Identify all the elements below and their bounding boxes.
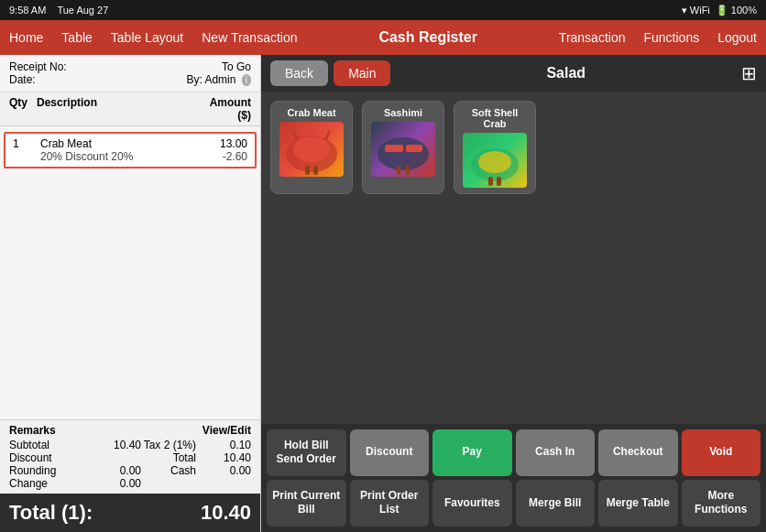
tax-label: Tax 2 (1%): [141, 439, 196, 451]
change-label: Change: [9, 477, 86, 490]
nav-table-layout[interactable]: Table Layout: [111, 30, 183, 45]
right-panel: Back Main Salad ⊞ Crab Meat: [261, 55, 766, 532]
menu-item-soft-shell-crab[interactable]: Soft Shell Crab: [454, 101, 536, 194]
discount-button[interactable]: Discount: [350, 429, 430, 476]
nav-left: Home Table Table Layout New Transaction: [9, 30, 298, 45]
bottom-row-1: Hold BillSend Order Discount Pay Cash In…: [267, 429, 761, 476]
remarks-section: Remarks View/Edit Subtotal 10.40 Tax 2 (…: [0, 419, 260, 494]
item-amount: 13.00: [192, 137, 247, 150]
favourites-button[interactable]: Favourites: [432, 480, 512, 527]
total-label: Total (1):: [9, 501, 93, 525]
menu-header: Back Main Salad ⊞: [261, 55, 766, 92]
main-button[interactable]: Main: [334, 60, 390, 86]
main-content: Receipt No: To Go Date: By: Admin i Qty …: [0, 55, 766, 532]
menu-layout-icon[interactable]: ⊞: [741, 62, 757, 84]
wifi-icon: ▾ WiFi: [682, 5, 710, 16]
receipt-item-0[interactable]: 1 Crab Meat 13.00 20% Discount 20% -2.60: [4, 132, 257, 168]
bottom-buttons: Hold BillSend Order Discount Pay Cash In…: [261, 424, 766, 532]
remarks-label: Remarks: [9, 424, 56, 437]
change-rlabel: [141, 477, 196, 490]
svg-rect-5: [313, 166, 318, 175]
svg-rect-8: [406, 145, 422, 152]
bottom-row-2: Print Current Bill Print Order List Favo…: [267, 480, 761, 527]
item-discount-desc: 20% Discount 20%: [40, 150, 192, 163]
tax-value: 0.10: [196, 439, 251, 451]
menu-item-image: [279, 122, 344, 177]
svg-rect-10: [406, 166, 410, 175]
status-time: 9:58 AM Tue Aug 27: [9, 5, 108, 16]
item-discount-amount: -2.60: [192, 150, 247, 163]
left-panel: Receipt No: To Go Date: By: Admin i Qty …: [0, 55, 261, 532]
status-right: ▾ WiFi 🔋 100%: [682, 5, 757, 16]
receipt-header: Receipt No: To Go Date: By: Admin i: [0, 55, 260, 92]
back-button[interactable]: Back: [270, 60, 328, 86]
svg-rect-15: [488, 177, 493, 186]
print-order-list-button[interactable]: Print Order List: [350, 480, 430, 527]
receipt-togo: To Go: [222, 60, 251, 73]
change-rvalue: [196, 477, 251, 490]
nav-home[interactable]: Home: [9, 30, 43, 45]
subtotal-label: Subtotal: [9, 439, 86, 451]
svg-rect-9: [397, 166, 400, 175]
nav-new-transaction[interactable]: New Transaction: [202, 30, 297, 45]
total-label: Total: [141, 451, 196, 464]
total-value: 10.40: [201, 501, 251, 525]
status-bar: 9:58 AM Tue Aug 27 ▾ WiFi 🔋 100%: [0, 0, 766, 20]
menu-items-area: Crab Meat Sashimi: [261, 92, 766, 424]
hold-bill-send-order-button[interactable]: Hold BillSend Order: [267, 429, 346, 476]
svg-line-3: [325, 131, 330, 140]
menu-item-label: Soft Shell Crab: [460, 107, 530, 129]
col-qty-header: Qty: [9, 96, 37, 122]
change-value: 0.00: [86, 477, 141, 490]
checkout-button[interactable]: Checkout: [598, 429, 678, 476]
menu-title: Salad: [396, 65, 736, 81]
menu-item-label: Sashimi: [384, 107, 422, 118]
col-desc-header: Description: [37, 96, 196, 122]
nav-center-title: Cash Register: [298, 29, 559, 46]
menu-item-label: Crab Meat: [287, 107, 335, 118]
nav-transaction[interactable]: Transaction: [559, 30, 626, 45]
menu-item-image: [371, 122, 435, 177]
cash-label: Cash: [141, 464, 196, 477]
svg-rect-16: [497, 177, 501, 186]
nav-functions[interactable]: Functions: [643, 30, 699, 45]
receipt-date-label: Date:: [9, 73, 36, 86]
item-name: Crab Meat: [40, 137, 192, 150]
nav-table[interactable]: Table: [61, 30, 92, 45]
svg-point-12: [478, 151, 511, 173]
discount-value: [86, 451, 141, 464]
void-button[interactable]: Void: [682, 429, 761, 476]
receipt-col-headers: Qty Description Amount ($): [0, 92, 260, 126]
svg-point-6: [378, 137, 429, 170]
more-functions-button[interactable]: More Functions: [682, 480, 761, 527]
nav-right: Transaction Functions Logout: [559, 30, 757, 45]
col-amount-header: Amount ($): [196, 96, 251, 122]
svg-line-2: [293, 131, 298, 140]
receipt-no-label: Receipt No:: [9, 60, 67, 73]
receipt-items: 1 Crab Meat 13.00 20% Discount 20% -2.60: [0, 126, 260, 419]
item-qty: 1: [13, 137, 40, 150]
menu-item-crab-meat[interactable]: Crab Meat: [270, 101, 353, 194]
top-nav: Home Table Table Layout New Transaction …: [0, 20, 766, 55]
subtotal-value: 10.40: [86, 439, 141, 451]
info-icon[interactable]: i: [242, 74, 251, 86]
discount-label: Discount: [9, 451, 86, 464]
total-sum: 10.40: [196, 451, 251, 464]
print-current-bill-button[interactable]: Print Current Bill: [267, 480, 346, 527]
cash-value: 0.00: [196, 464, 251, 477]
battery-icon: 🔋 100%: [716, 5, 757, 16]
svg-rect-4: [305, 166, 310, 175]
nav-logout[interactable]: Logout: [717, 30, 757, 45]
cash-in-button[interactable]: Cash In: [516, 429, 596, 476]
rounding-value: 0.00: [86, 464, 141, 477]
menu-item-sashimi[interactable]: Sashimi: [362, 101, 444, 194]
menu-item-image: [463, 133, 527, 188]
merge-table-button[interactable]: Merge Table: [598, 480, 678, 527]
svg-rect-7: [385, 145, 403, 152]
total-bar: Total (1): 10.40: [0, 494, 260, 532]
view-edit-button[interactable]: View/Edit: [202, 424, 251, 437]
rounding-label: Rounding: [9, 464, 86, 477]
pay-button[interactable]: Pay: [432, 429, 512, 476]
merge-bill-button[interactable]: Merge Bill: [516, 480, 596, 527]
receipt-by: By: Admin i: [186, 73, 251, 86]
